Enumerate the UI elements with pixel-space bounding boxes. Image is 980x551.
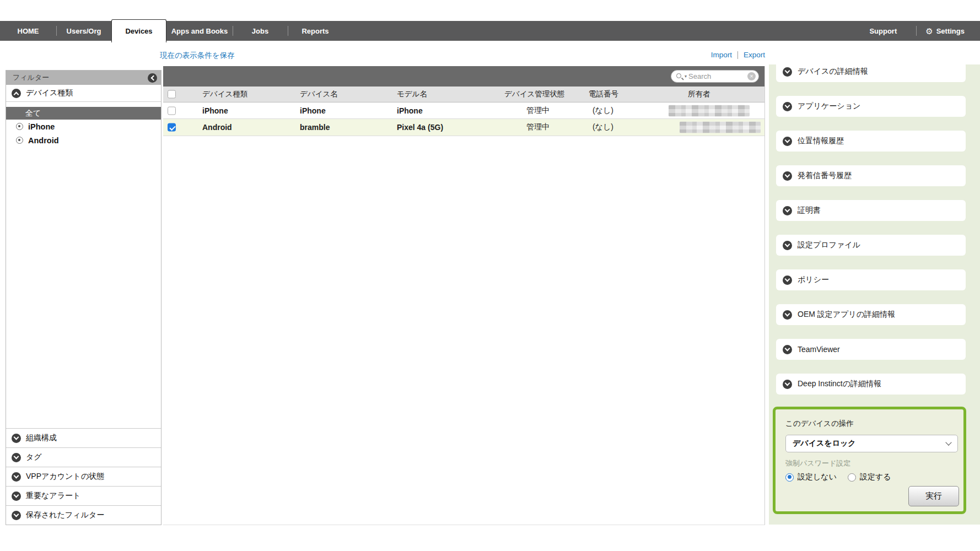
cell-status: 管理中 — [526, 122, 550, 132]
mdm-devices-page: HOME Users/Org Devices Apps and Books Jo… — [0, 0, 980, 551]
column-header[interactable]: 電話番号 — [589, 89, 618, 99]
radio-selected-icon[interactable] — [785, 473, 794, 482]
filter-section-org[interactable]: 組織構成 — [6, 428, 161, 447]
chevron-down-icon — [783, 345, 792, 354]
section-label: デバイスの詳細情報 — [798, 67, 868, 77]
tab-jobs[interactable]: Jobs — [233, 21, 288, 41]
force-password-label: 強制パスワード設定 — [785, 458, 955, 468]
section-label: 証明書 — [798, 206, 821, 215]
chevron-down-icon — [12, 511, 21, 520]
chevron-down-icon — [783, 137, 792, 146]
cell-model: iPhone — [397, 106, 423, 115]
table-row-selected[interactable]: Android bramble Pixel 4a (5G) 管理中 (なし) — [163, 119, 764, 136]
filter-section-label: 重要なアラート — [26, 491, 80, 501]
radio-option-no[interactable]: 設定しない — [785, 472, 837, 482]
table-header-row: デバイス種類 デバイス名 モデル名 デバイス管理状態 電話番号 所有者 — [163, 87, 764, 102]
filter-option-label: Android — [28, 136, 59, 145]
cell-device-name: iPhone — [300, 106, 326, 115]
import-link[interactable]: Import — [711, 51, 732, 59]
row-checkbox[interactable] — [168, 123, 176, 132]
cell-status: 管理中 — [526, 106, 550, 116]
nav-separator — [916, 26, 917, 36]
cell-owner-redacted — [680, 122, 761, 133]
tab-home[interactable]: HOME — [0, 21, 56, 41]
section-label: OEM 設定アプリの詳細情報 — [798, 310, 895, 320]
collapse-panel-icon[interactable] — [148, 73, 157, 83]
search-icon — [676, 73, 683, 80]
section-label: 位置情報履歴 — [798, 136, 844, 146]
column-header[interactable]: デバイス名 — [300, 89, 338, 99]
tab-devices[interactable]: Devices — [111, 19, 166, 42]
chevron-down-icon — [783, 380, 792, 389]
filter-section-alerts[interactable]: 重要なアラート — [6, 486, 161, 505]
selected-action-label: デバイスをロック — [793, 439, 856, 449]
select-all-checkbox[interactable] — [168, 90, 176, 99]
tab-users-org[interactable]: Users/Org — [56, 21, 111, 41]
export-link[interactable]: Export — [744, 51, 765, 59]
filter-option-iphone[interactable]: iPhone — [6, 120, 161, 133]
chevron-down-icon — [783, 67, 792, 77]
tab-reports[interactable]: Reports — [288, 21, 343, 41]
settings-link[interactable]: Settings — [936, 27, 965, 35]
filter-option-label: iPhone — [28, 122, 55, 131]
clear-search-icon[interactable]: × — [747, 72, 756, 80]
section-location-history[interactable]: 位置情報履歴 — [776, 131, 966, 152]
action-panel-title: このデバイスの操作 — [785, 419, 955, 429]
filter-title: フィルター — [13, 73, 49, 83]
row-checkbox[interactable] — [168, 106, 176, 115]
save-current-view-link[interactable]: 現在の表示条件を保存 — [160, 51, 235, 61]
tab-apps-and-books[interactable]: Apps and Books — [166, 21, 233, 41]
filter-section-saved-filters[interactable]: 保存されたフィルター — [6, 505, 161, 525]
table-toolbar: ▾ × — [163, 66, 764, 87]
cell-phone: (なし) — [593, 122, 613, 132]
filter-section-vpp[interactable]: VPPアカウントの状態 — [6, 467, 161, 486]
section-label: Deep Instinctの詳細情報 — [798, 379, 881, 389]
chevron-down-icon — [12, 491, 21, 501]
filter-section-label: 組織構成 — [26, 433, 57, 443]
search-input[interactable] — [688, 72, 746, 80]
divider — [737, 51, 738, 59]
section-call-history[interactable]: 発着信番号履歴 — [776, 165, 966, 186]
section-device-details[interactable]: デバイスの詳細情報 — [776, 64, 966, 82]
column-header[interactable]: デバイス管理状態 — [504, 89, 564, 99]
filter-section-tags[interactable]: タグ — [6, 447, 161, 467]
chevron-down-icon — [783, 276, 792, 285]
device-action-panel: このデバイスの操作 デバイスをロック 強制パスワード設定 設定しない 設定する … — [773, 407, 966, 514]
section-oem-config[interactable]: OEM 設定アプリの詳細情報 — [776, 304, 966, 325]
chevron-up-icon — [12, 89, 21, 98]
search-scope-caret-icon[interactable]: ▾ — [685, 74, 687, 79]
section-deep-instinct[interactable]: Deep Instinctの詳細情報 — [776, 374, 966, 395]
column-header[interactable]: デバイス種類 — [202, 89, 247, 99]
cell-device-name: bramble — [300, 123, 330, 132]
cell-device-type: Android — [202, 123, 232, 132]
radio-unselected-icon[interactable] — [848, 473, 856, 482]
section-config-profiles[interactable]: 設定プロファイル — [776, 235, 966, 256]
section-certificates[interactable]: 証明書 — [776, 200, 966, 221]
radio-option-yes[interactable]: 設定する — [848, 472, 891, 482]
section-applications[interactable]: アプリケーション — [776, 96, 966, 117]
search-box[interactable]: ▾ × — [671, 70, 759, 83]
radio-label: 設定しない — [798, 472, 837, 482]
import-export-links: Import Export — [711, 51, 765, 59]
support-link[interactable]: Support — [869, 27, 897, 35]
column-header[interactable]: 所有者 — [688, 89, 710, 99]
filter-option-all[interactable]: 全て — [6, 107, 161, 120]
section-policies[interactable]: ポリシー — [776, 269, 966, 290]
execute-button[interactable]: 実行 — [908, 486, 959, 506]
section-teamviewer[interactable]: TeamViewer — [776, 339, 966, 360]
section-label: ポリシー — [798, 275, 829, 285]
radio-label: 設定する — [860, 472, 891, 482]
table-row[interactable]: iPhone iPhone iPhone 管理中 (なし) — [163, 102, 764, 119]
filter-section-label: 保存されたフィルター — [26, 510, 104, 520]
chevron-down-icon — [945, 439, 951, 445]
device-detail-sidebar: デバイスの詳細情報 アプリケーション 位置情報履歴 発着信番号履歴 証明書 設定… — [769, 64, 980, 525]
cell-phone: (なし) — [593, 106, 613, 116]
filter-section-device-type[interactable]: デバイス種類 — [6, 85, 161, 102]
filter-section-label: デバイス種類 — [26, 88, 73, 98]
column-header[interactable]: モデル名 — [397, 89, 427, 99]
filter-option-android[interactable]: Android — [6, 133, 161, 147]
device-action-select[interactable]: デバイスをロック — [785, 435, 958, 452]
radio-target-icon — [16, 137, 23, 144]
chevron-down-icon — [783, 241, 792, 250]
section-label: 設定プロファイル — [798, 240, 860, 250]
